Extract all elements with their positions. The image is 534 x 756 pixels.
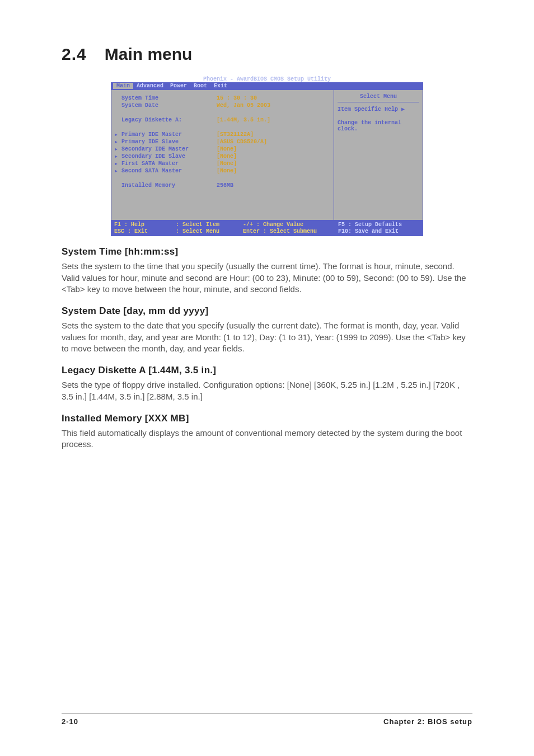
field-label: Second SATA Master xyxy=(121,167,217,175)
tab-advanced[interactable]: Advanced xyxy=(133,83,167,89)
field-value: [None] xyxy=(217,167,237,175)
tab-boot[interactable]: Boot xyxy=(190,83,210,89)
submenu-arrow-icon xyxy=(115,138,118,145)
heading-number: 2.4 xyxy=(62,45,87,63)
section-title-installed-memory: Installed Memory [XXX MB] xyxy=(62,413,472,424)
field-system-date[interactable]: System Date Wed, Jan 05 2003 xyxy=(121,102,329,109)
chapter-label: Chapter 2: BIOS setup xyxy=(383,717,472,726)
field-label: Legacy Diskette A: xyxy=(121,116,217,124)
field-value: [None] xyxy=(217,160,237,167)
submenu-arrow-icon xyxy=(115,145,118,153)
field-label: System Date xyxy=(121,102,217,109)
field-primary-master[interactable]: Primary IDE Master [ST321122A] xyxy=(121,131,329,138)
field-installed-memory: Installed Memory 256MB xyxy=(121,182,329,189)
submenu-arrow-icon xyxy=(115,131,118,138)
divider xyxy=(338,102,419,102)
field-label: Secondary IDE Master xyxy=(121,145,217,153)
submenu-arrow-icon xyxy=(115,153,118,160)
field-primary-slave[interactable]: Primary IDE Slave [ASUS CDS520/A] xyxy=(121,138,329,145)
tab-main[interactable]: Main xyxy=(113,83,133,89)
field-label: First SATA Master xyxy=(121,160,217,167)
field-value: 15 : 30 : 30 xyxy=(217,95,257,102)
section-body-system-date: Sets the system to the date that you spe… xyxy=(62,320,472,355)
footer-select-item: : Select Item xyxy=(176,222,243,228)
page-footer: 2-10 Chapter 2: BIOS setup xyxy=(62,713,472,726)
help-title: Select Menu xyxy=(338,93,419,100)
tab-power[interactable]: Power xyxy=(167,83,190,89)
footer-change-value: -/+ : Change Value xyxy=(243,222,338,228)
submenu-arrow-icon xyxy=(115,160,118,167)
footer-help: F1 : Help xyxy=(114,222,176,228)
field-system-time[interactable]: System Time 15 : 30 : 30 xyxy=(121,95,329,102)
field-label: Primary IDE Master xyxy=(121,131,217,138)
footer-save-exit: F10: Save and Exit xyxy=(338,228,399,235)
footer-select-submenu: Enter : Select Submenu xyxy=(243,228,338,235)
footer-exit: ESC : Exit xyxy=(114,228,176,235)
field-value: [ASUS CDS520/A] xyxy=(217,138,267,145)
section-body-system-time: Sets the system to the time that you spe… xyxy=(62,261,472,295)
footer-select-menu: : Select Menu xyxy=(176,228,243,235)
section-title-system-time: System Time [hh:mm:ss] xyxy=(62,246,472,257)
submenu-arrow-icon xyxy=(115,167,118,175)
field-value: [ST321122A] xyxy=(217,131,254,138)
heading-title: Main menu xyxy=(105,45,193,63)
section-title-system-date: System Date [day, mm dd yyyy] xyxy=(62,306,472,317)
bios-utility-title: Phoenix - AwardBIOS CMOS Setup Utility xyxy=(111,76,423,82)
help-text: Change the internal clock. xyxy=(338,120,419,132)
field-label: Primary IDE Slave xyxy=(121,138,217,145)
field-secondary-slave[interactable]: Secondary IDE Slave [None] xyxy=(121,153,329,160)
field-second-sata[interactable]: Second SATA Master [None] xyxy=(121,167,329,175)
field-value: [None] xyxy=(217,145,237,153)
bios-left-panel: System Time 15 : 30 : 30 System Date Wed… xyxy=(111,90,334,220)
section-body-legacy-diskette: Sets the type of floppy drive installed.… xyxy=(62,379,472,402)
page-heading: 2.4Main menu xyxy=(62,45,472,64)
bios-help-panel: Select Menu Item Specific Help ▶ Change … xyxy=(334,90,423,220)
help-subtitle: Item Specific Help ▶ xyxy=(338,106,419,112)
field-legacy-diskette[interactable]: Legacy Diskette A: [1.44M, 3.5 in.] xyxy=(121,116,329,124)
tab-exit[interactable]: Exit xyxy=(210,83,231,89)
field-secondary-master[interactable]: Secondary IDE Master [None] xyxy=(121,145,329,153)
bios-body: System Time 15 : 30 : 30 System Date Wed… xyxy=(111,90,423,220)
field-value: 256MB xyxy=(217,182,233,189)
field-label: System Time xyxy=(121,95,217,102)
page-number: 2-10 xyxy=(62,717,78,726)
bios-menubar: Main Advanced Power Boot Exit xyxy=(111,82,423,90)
field-label: Secondary IDE Slave xyxy=(121,153,217,160)
section-body-installed-memory: This field automatically displays the am… xyxy=(62,428,472,450)
field-label: Installed Memory xyxy=(121,182,217,189)
bios-screenshot: Phoenix - AwardBIOS CMOS Setup Utility M… xyxy=(111,76,423,236)
field-value: [None] xyxy=(217,153,237,160)
field-value: Wed, Jan 05 2003 xyxy=(217,102,270,109)
footer-setup-defaults: F5 : Setup Defaults xyxy=(338,222,402,228)
bios-footer: F1 : Help : Select Item -/+ : Change Val… xyxy=(111,220,423,236)
section-title-legacy-diskette: Legacy Diskette A [1.44M, 3.5 in.] xyxy=(62,365,472,376)
field-first-sata[interactable]: First SATA Master [None] xyxy=(121,160,329,167)
field-value: [1.44M, 3.5 in.] xyxy=(217,116,270,124)
